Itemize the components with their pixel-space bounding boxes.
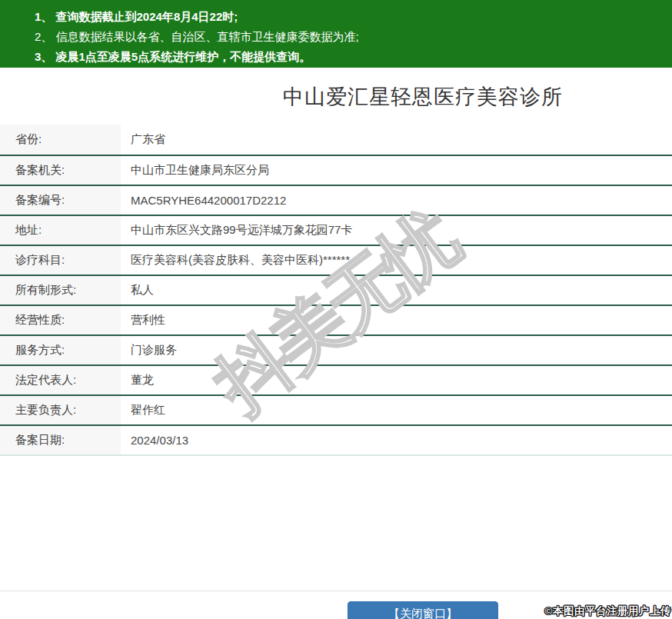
row-label: 地址: — [0, 216, 121, 245]
record-table: 省份: 广东省 备案机关: 中山市卫生健康局东区分局 备案编号: MAC5RYH… — [0, 125, 672, 456]
row-value: 营利性 — [121, 313, 165, 328]
table-row: 备案机关: 中山市卫生健康局东区分局 — [0, 155, 672, 185]
table-row: 备案编号: MAC5RYHE644200017D2212 — [0, 185, 672, 215]
row-label: 诊疗科目: — [0, 246, 121, 275]
table-row: 主要负责人: 翟作红 — [0, 394, 672, 424]
row-label: 服务方式: — [0, 336, 121, 364]
row-value: 董龙 — [121, 373, 154, 388]
notice-bar: 1、 查询数据截止到2024年8月4日22时; 2、 信息数据结果以各省、自治区… — [0, 0, 672, 68]
close-window-button[interactable]: 【关闭窗口】 — [348, 601, 498, 619]
table-row: 服务方式: 门诊服务 — [0, 334, 672, 364]
table-row: 经营性质: 营利性 — [0, 305, 672, 334]
upload-copyright-note: ©本图由平台注册用户上传 — [545, 604, 671, 618]
row-label: 主要负责人: — [0, 396, 121, 424]
row-value: 广东省 — [121, 132, 165, 147]
row-value: 中山市东区兴文路99号远洋城万象花园77卡 — [121, 223, 352, 238]
row-label: 省份: — [0, 125, 121, 155]
notice-line-1: 1、 查询数据截止到2024年8月4日22时; — [35, 7, 672, 27]
row-label: 备案编号: — [0, 186, 121, 215]
row-label: 备案机关: — [0, 156, 121, 185]
row-value: 门诊服务 — [121, 343, 177, 358]
row-value: 中山市卫生健康局东区分局 — [121, 163, 269, 178]
notice-line-3: 3、 凌晨1点至凌晨5点系统进行维护，不能提供查询。 — [35, 47, 672, 67]
row-value: 私人 — [121, 283, 154, 298]
row-label: 所有制形式: — [0, 276, 121, 305]
row-label: 经营性质: — [0, 306, 121, 334]
table-row: 诊疗科目: 医疗美容科(美容皮肤科、美容中医科)****** — [0, 245, 672, 275]
page-title: 中山爱汇星轻恩医疗美容诊所 — [0, 68, 672, 109]
page-footer: 【关闭窗口】 ©本图由平台注册用户上传 — [0, 591, 672, 619]
content-area: 中山爱汇星轻恩医疗美容诊所 省份: 广东省 备案机关: 中山市卫生健康局东区分局… — [0, 68, 672, 456]
row-value: 2024/03/13 — [121, 434, 188, 447]
row-value: MAC5RYHE644200017D2212 — [121, 194, 286, 207]
notice-line-2: 2、 信息数据结果以各省、自治区、直辖市卫生健康委数据为准; — [35, 27, 672, 47]
table-row: 备案日期: 2024/03/13 — [0, 424, 672, 454]
row-label: 法定代表人: — [0, 366, 121, 394]
row-value: 医疗美容科(美容皮肤科、美容中医科)****** — [121, 253, 350, 268]
row-value: 翟作红 — [121, 403, 165, 418]
table-row: 省份: 广东省 — [0, 125, 672, 155]
table-row: 地址: 中山市东区兴文路99号远洋城万象花园77卡 — [0, 215, 672, 245]
table-row: 所有制形式: 私人 — [0, 275, 672, 305]
row-label: 备案日期: — [0, 426, 121, 454]
table-row: 法定代表人: 董龙 — [0, 364, 672, 394]
